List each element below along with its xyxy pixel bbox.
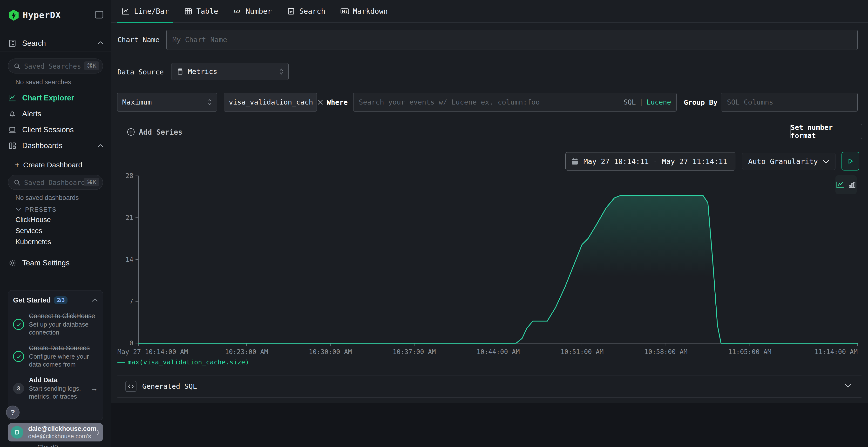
svg-text:123: 123: [234, 9, 240, 13]
user-menu[interactable]: D dale@clickhouse.com dale@clickhouse.co…: [8, 423, 103, 442]
chart-legend: max(visa_validation_cache.size): [117, 358, 249, 366]
sql-toggle[interactable]: SQL: [623, 98, 636, 106]
granularity-value: Auto Granularity: [748, 157, 818, 166]
chevron-up-icon[interactable]: [92, 298, 98, 303]
get-started-item-subtitle: Configure where your data comes from: [29, 353, 98, 368]
arrow-right-icon: →: [90, 384, 98, 393]
plus-icon: +: [15, 161, 20, 169]
plus-circle-icon: [127, 128, 135, 136]
toggle-divider: |: [639, 98, 643, 106]
run-query-button[interactable]: [841, 152, 859, 171]
hyperdx-logo-icon: [8, 9, 20, 22]
chart-name-label: Chart Name: [117, 36, 160, 44]
tab-label: Markdown: [353, 7, 388, 15]
get-started-item[interactable]: Create Data SourcesConfigure where your …: [13, 344, 98, 368]
tab-search[interactable]: Search: [282, 0, 330, 23]
check-circle-icon: [13, 351, 25, 362]
preset-services[interactable]: Services: [16, 227, 42, 235]
tab-markdown[interactable]: M↓Markdown: [336, 0, 392, 23]
aggregation-select[interactable]: Maximum: [117, 93, 217, 111]
query-language-toggle: SQL | Lucene: [623, 98, 671, 106]
data-source-select[interactable]: Metrics: [171, 63, 289, 80]
svg-text:10:44:00 AM: 10:44:00 AM: [477, 348, 520, 355]
gear-icon: [8, 259, 17, 267]
line-chart-icon: [8, 94, 17, 102]
chevron-right-icon: [96, 429, 100, 436]
get-started-item[interactable]: Connect to ClickHouseSet up your databas…: [13, 312, 98, 336]
search-icon: [13, 63, 21, 70]
sidebar-item-label: Dashboards: [22, 141, 62, 150]
tab-line-bar[interactable]: Line/Bar: [117, 0, 173, 23]
sidebar-item-label: Chart Explorer: [22, 94, 74, 102]
tab-number[interactable]: 123Number: [229, 0, 276, 23]
sidebar-team-settings[interactable]: Team Settings: [0, 255, 111, 271]
sidebar-item-alerts[interactable]: Alerts: [0, 106, 111, 122]
svg-text:7: 7: [129, 298, 133, 305]
divider: [0, 51, 111, 52]
sidebar: HyperDX Search Saved Searches ⌘K No save…: [0, 0, 111, 447]
chevron-down-icon: [16, 208, 21, 211]
generated-sql-row[interactable]: Generated SQL: [111, 375, 868, 398]
timeseries-chart[interactable]: 07142128May 27 10:14:00 AM10:23:00 AM10:…: [111, 169, 868, 361]
calendar-icon: [571, 158, 579, 165]
app-title: HyperDX: [23, 10, 61, 20]
preset-kubernetes[interactable]: Kubernetes: [16, 238, 51, 246]
svg-text:28: 28: [125, 172, 133, 179]
metric-tag[interactable]: visa_validation_cach: [224, 93, 317, 111]
123-icon: 123: [233, 7, 242, 16]
tab-table[interactable]: Table: [180, 0, 222, 23]
where-search-box: SQL | Lucene: [353, 93, 677, 111]
set-number-format-button[interactable]: Set number format: [790, 124, 862, 139]
group-by-input[interactable]: [721, 93, 858, 111]
lucene-toggle[interactable]: Lucene: [647, 98, 671, 106]
svg-text:10:30:00 AM: 10:30:00 AM: [309, 348, 352, 355]
code-icon: [125, 381, 136, 392]
where-input[interactable]: [359, 98, 623, 106]
sidebar-collapse-icon[interactable]: [94, 10, 104, 20]
user-team: dale@clickhouse.com's: [28, 433, 91, 440]
get-started-item[interactable]: 3Add DataStart sending logs, metrics, or…: [13, 376, 98, 400]
chevron-updown-icon: [208, 99, 212, 106]
get-started-item-title: Connect to ClickHouse: [29, 312, 98, 320]
sidebar-item-client-sessions[interactable]: Client Sessions: [0, 122, 111, 138]
where-label: Where: [327, 98, 348, 106]
chart-name-input[interactable]: [166, 30, 858, 50]
create-dashboard-button[interactable]: + Create Dashboard: [0, 159, 111, 172]
sidebar-section-search[interactable]: Search: [0, 36, 111, 51]
set-number-format-label: Set number format: [790, 123, 862, 140]
help-button[interactable]: ?: [6, 406, 20, 419]
date-range-picker[interactable]: May 27 10:14:11 - May 27 11:14:11: [565, 152, 735, 171]
laptop-icon: [8, 126, 17, 134]
tab-label: Number: [246, 7, 272, 15]
data-source-value: Metrics: [188, 67, 217, 76]
get-started-item-title: Create Data Sources: [29, 344, 98, 352]
add-series-button[interactable]: Add Series: [127, 125, 183, 139]
presets-label: PRESETS: [25, 206, 57, 213]
sidebar-item-chart-explorer[interactable]: Chart Explorer: [0, 90, 111, 106]
saved-dashboards-input[interactable]: Saved Dashboards ⌘K: [8, 175, 103, 190]
line-chart-icon: [122, 7, 130, 16]
sidebar-search-label: Search: [22, 39, 46, 48]
chevron-updown-icon: [279, 68, 283, 75]
presets-toggle[interactable]: PRESETS: [0, 205, 111, 215]
add-series-label: Add Series: [139, 128, 183, 136]
logo-row: HyperDX: [0, 7, 111, 24]
close-icon[interactable]: [317, 99, 323, 105]
get-started-title: Get Started: [13, 296, 51, 304]
generated-sql-label: Generated SQL: [142, 382, 197, 390]
saved-searches-input[interactable]: Saved Searches ⌘K: [8, 59, 103, 73]
create-dashboard-label: Create Dashboard: [23, 161, 82, 169]
group-by-label: Group By: [684, 98, 717, 106]
main-content: Line/BarTable123NumberSearchM↓Markdown C…: [111, 0, 868, 447]
chevron-up-icon: [97, 41, 104, 45]
get-started-card: Get Started 2/3 Connect to ClickHouseSet…: [8, 290, 103, 420]
saved-searches-placeholder: Saved Searches: [24, 62, 81, 70]
sidebar-item-dashboards[interactable]: Dashboards: [0, 138, 111, 154]
date-range-text: May 27 10:14:11 - May 27 11:14:11: [584, 157, 727, 166]
svg-text:10:58:00 AM: 10:58:00 AM: [644, 348, 687, 355]
chevron-down-icon: [823, 160, 830, 164]
preset-clickhouse[interactable]: ClickHouse: [16, 216, 51, 224]
granularity-select[interactable]: Auto Granularity: [742, 153, 835, 170]
legend-series-label: max(visa_validation_cache.size): [128, 358, 249, 366]
sidebar-item-label: Client Sessions: [22, 126, 74, 134]
